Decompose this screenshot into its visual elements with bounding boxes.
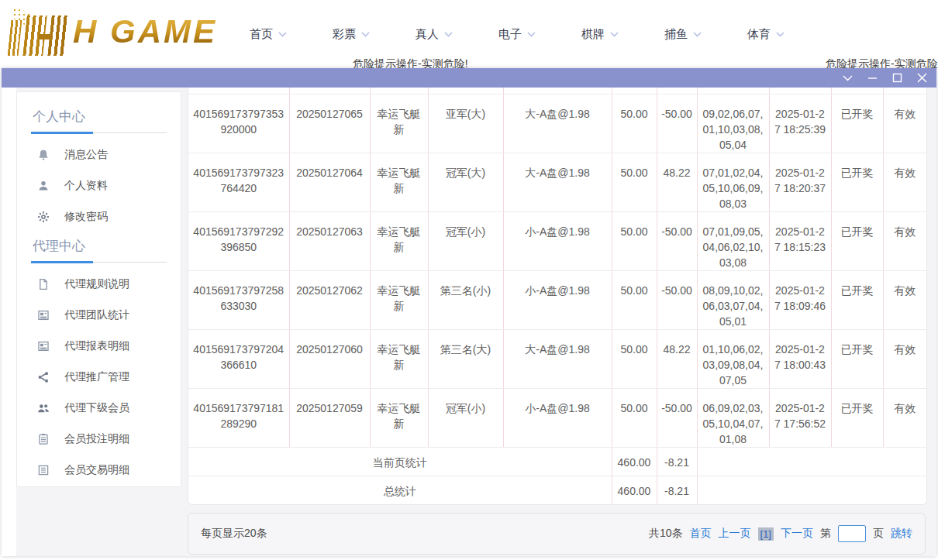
sidebar-item-label: 代理推广管理 [64, 370, 129, 384]
cell-period: 20250127062 [289, 270, 370, 329]
cell-time: 2025-01-27 17:56:52 [769, 388, 831, 447]
cell-game: 幸运飞艇新 [370, 329, 428, 388]
minimize-icon[interactable] [867, 73, 878, 83]
share-icon [37, 371, 50, 383]
cell-amount: 50.00 [612, 329, 657, 388]
cell-status: 已开奖 [831, 388, 883, 447]
nav-item[interactable]: 体育 [747, 27, 785, 42]
cell-valid: 有效 [883, 211, 926, 270]
report-icon [37, 340, 50, 352]
nav-item[interactable]: 真人 [416, 27, 453, 42]
total-count-text: 共10条 [649, 527, 683, 541]
chevron-down-icon [361, 32, 370, 37]
sidebar-agent-list: 代理规则说明 代理团队统计 [31, 269, 167, 486]
sidebar-item-messages[interactable]: 消息公告 [31, 139, 167, 170]
cell-time: 2025-01-27 18:25:39 [769, 94, 831, 153]
section-divider [31, 132, 167, 133]
nav-item[interactable]: 棋牌 [581, 27, 619, 42]
cell-order-id: 401569173797181289290 [188, 388, 289, 447]
nav-item-label: 体育 [747, 27, 771, 42]
logo-mark-icon [8, 8, 68, 56]
summary-winloss: -8.21 [657, 476, 697, 504]
cell-draw-result: 06,09,02,03,05,10,04,07,01,08 [697, 388, 769, 447]
main-content: 401569173797353920000 20250127065 幸运飞艇新 … [188, 88, 927, 505]
cell-period: 20250127063 [289, 211, 370, 270]
current-page-indicator: [1] [758, 527, 774, 541]
sidebar-item-agent-downline-members[interactable]: 代理下级会员 [31, 393, 167, 424]
prev-page-link[interactable]: 上一页 [719, 527, 751, 541]
nav-item-label: 捕鱼 [664, 27, 688, 42]
table-row: 401569173797204366610 20250127060 幸运飞艇新 … [188, 329, 926, 388]
collapse-icon[interactable] [843, 73, 853, 83]
left-margin [2, 88, 16, 556]
sidebar-item-agent-team-stats[interactable]: 代理团队统计 [31, 300, 167, 331]
cell-valid: 有效 [883, 94, 926, 153]
sidebar-item-label: 修改密码 [64, 210, 108, 224]
cell-order-id: 401569173797353920000 [188, 94, 289, 153]
close-icon[interactable] [917, 73, 927, 83]
next-page-link[interactable]: 下一页 [781, 527, 813, 541]
summary-winloss: -8.21 [657, 447, 697, 476]
sidebar-item-label: 代理报表明细 [64, 339, 129, 353]
background-marquee-fragment: 危险提示操作-实测危险! [353, 57, 468, 68]
nav-item-label: 彩票 [333, 27, 356, 42]
bet-records-table-card: 401569173797353920000 20250127065 幸运飞艇新 … [188, 88, 927, 505]
site-logo[interactable]: H GAME [8, 6, 217, 57]
member-center-modal: 个人中心 消息公告 个人资 [2, 68, 936, 556]
sidebar-item-agent-report-detail[interactable]: 代理报表明细 [31, 331, 167, 362]
cell-winloss: -50.00 [657, 94, 697, 153]
sidebar-item-change-password[interactable]: 修改密码 [31, 201, 167, 232]
sidebar-item-member-bet-detail[interactable]: 会员投注明细 [31, 424, 167, 455]
cell-time: 2025-01-27 18:15:23 [769, 211, 831, 270]
nav-item-label: 真人 [416, 27, 439, 42]
section-divider [31, 262, 167, 263]
nav-item[interactable]: 电子 [498, 27, 536, 42]
page-jump-input[interactable] [838, 525, 866, 542]
site-topbar: H GAME 首页 彩票 真人 [0, 0, 938, 68]
cell-period: 20250127059 [289, 388, 370, 447]
cell-amount: 50.00 [612, 270, 657, 329]
chevron-down-icon [776, 32, 785, 37]
page-summary-row: 当前页统计 460.00 -8.21 [188, 447, 926, 476]
partial-scrolled-row [188, 88, 926, 94]
clipboard-icon [37, 433, 50, 445]
table-row: 401569173797181289290 20250127059 幸运飞艇新 … [188, 388, 926, 447]
first-page-link[interactable]: 首页 [690, 527, 712, 541]
pagination-bar: 每页显示20条 共10条 首页 上一页 [1] 下一页 第 页 跳转 [188, 513, 926, 555]
cell-valid: 有效 [883, 329, 926, 388]
table-row: 401569173797323764420 20250127064 幸运飞艇新 … [188, 153, 926, 211]
cell-winloss: -50.00 [657, 270, 697, 329]
cell-amount: 50.00 [612, 94, 657, 153]
user-icon [37, 180, 50, 192]
cell-amount: 50.00 [612, 153, 657, 211]
sidebar-item-label: 会员投注明细 [64, 432, 129, 446]
nav-item-label: 首页 [250, 27, 273, 42]
table-row: 401569173797353920000 20250127065 幸运飞艇新 … [188, 94, 926, 153]
sidebar-personal-list: 消息公告 个人资料 [31, 139, 167, 232]
chevron-down-icon [610, 32, 619, 37]
summary-amount: 460.00 [612, 476, 657, 504]
bell-icon [37, 149, 50, 161]
cell-status: 已开奖 [831, 153, 883, 211]
modal-title-bar[interactable] [2, 68, 936, 88]
table-row: 401569173797292396850 20250127063 幸运飞艇新 … [188, 211, 926, 270]
cell-winloss: 48.22 [657, 329, 697, 388]
sidebar-section-title-agent: 代理中心 [31, 232, 167, 262]
nav-item[interactable]: 捕鱼 [664, 27, 702, 42]
cell-game: 幸运飞艇新 [370, 270, 428, 329]
background-marquee-fragment: 危险提示操作-实测危险! [826, 57, 938, 68]
cell-valid: 有效 [883, 270, 926, 329]
jump-button[interactable]: 跳转 [891, 527, 912, 541]
maximize-icon[interactable] [892, 73, 902, 83]
modal-body: 个人中心 消息公告 个人资 [2, 88, 936, 556]
nav-item[interactable]: 首页 [250, 27, 287, 42]
cell-valid: 有效 [883, 388, 926, 447]
sidebar-item-agent-promotion[interactable]: 代理推广管理 [31, 362, 167, 393]
sidebar-item-agent-rules[interactable]: 代理规则说明 [31, 269, 167, 300]
nav-item[interactable]: 彩票 [333, 27, 370, 42]
sidebar-item-label: 个人资料 [64, 179, 108, 193]
sidebar-item-member-transaction-detail[interactable]: 会员交易明细 [31, 455, 167, 486]
cell-draw-result: 07,01,09,05,04,06,02,10,03,08 [697, 211, 769, 270]
sidebar-item-profile[interactable]: 个人资料 [31, 170, 167, 201]
cell-period: 20250127065 [289, 94, 370, 153]
